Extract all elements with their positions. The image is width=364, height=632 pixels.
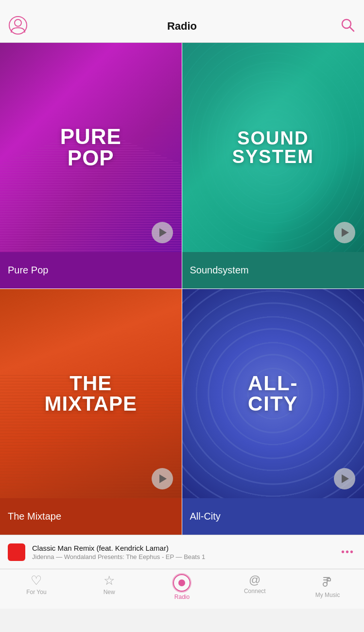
tab-new-label: New	[104, 589, 115, 596]
pure-pop-label: Pure Pop	[0, 252, 182, 289]
page-title: Radio	[167, 20, 197, 33]
tab-radio[interactable]: Radio	[146, 574, 219, 600]
all-city-label: All-City	[182, 498, 364, 535]
now-playing-subtitle: Jidenna — Wondaland Presents: The Eephus…	[32, 553, 332, 560]
tab-my-music-label: My Music	[315, 592, 340, 598]
at-icon: @	[249, 574, 260, 586]
tab-new[interactable]: ☆ New	[73, 574, 146, 596]
tab-for-you[interactable]: ♡ For You	[0, 574, 73, 596]
svg-rect-5	[323, 579, 329, 580]
tab-radio-label: Radio	[174, 594, 190, 600]
tab-bar: ♡ For You ☆ New Radio @ Connect My Music	[0, 569, 364, 609]
star-icon: ☆	[104, 574, 115, 587]
stop-button[interactable]	[8, 543, 25, 561]
more-options-button[interactable]: •••	[339, 546, 356, 558]
tab-my-music[interactable]: My Music	[291, 574, 364, 598]
play-button-mixtape[interactable]	[152, 468, 173, 489]
sound-system-artwork-text: SOUNDSYSTEM	[232, 129, 314, 166]
heart-icon: ♡	[31, 574, 42, 587]
play-button-all-city[interactable]	[334, 468, 355, 489]
play-button-sound-system[interactable]	[334, 222, 355, 243]
sound-system-label: Soundsystem	[182, 252, 364, 289]
station-card-pure-pop[interactable]: PUREPOP Pure Pop	[0, 43, 182, 289]
music-icon	[321, 574, 334, 590]
radio-icon	[173, 574, 191, 592]
mixtape-label: The Mixtape	[0, 498, 182, 535]
now-playing-title: Classic Man Remix (feat. Kendrick Lamar)	[32, 544, 332, 552]
search-icon[interactable]	[341, 18, 355, 35]
station-card-sound-system[interactable]: SOUNDSYSTEM Soundsystem	[182, 43, 364, 289]
all-city-artwork-text: ALL-CITY	[227, 373, 318, 414]
tab-connect-label: Connect	[244, 588, 266, 595]
play-button-pure-pop[interactable]	[152, 222, 173, 243]
tab-connect[interactable]: @ Connect	[218, 574, 291, 595]
svg-point-1	[15, 19, 21, 26]
svg-rect-4	[323, 577, 330, 578]
svg-line-3	[350, 27, 354, 31]
station-grid: PUREPOP Pure Pop SOUNDSYSTEM Soundsystem…	[0, 43, 364, 535]
station-card-mixtape[interactable]: THEMIXTAPE The Mixtape	[0, 289, 182, 535]
now-playing-info: Classic Man Remix (feat. Kendrick Lamar)…	[32, 544, 332, 560]
station-card-all-city[interactable]: ALL-CITY All-City	[182, 289, 364, 535]
header: Radio	[0, 0, 364, 43]
pure-pop-artwork-text: PUREPOP	[60, 126, 121, 169]
profile-icon[interactable]	[9, 16, 27, 36]
mixtape-artwork-text: THEMIXTAPE	[44, 373, 137, 414]
now-playing-bar[interactable]: Classic Man Remix (feat. Kendrick Lamar)…	[0, 535, 364, 569]
tab-for-you-label: For You	[26, 589, 46, 596]
svg-point-6	[323, 582, 327, 586]
